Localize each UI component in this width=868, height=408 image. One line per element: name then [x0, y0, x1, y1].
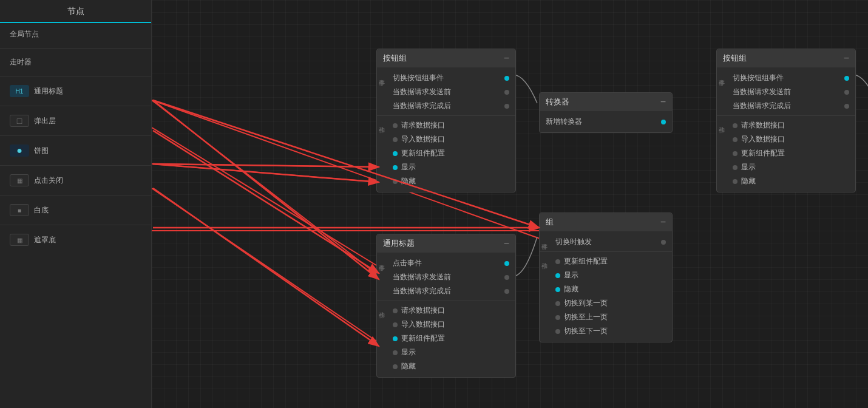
event-row-h-2: 当数据请求发送前 — [387, 270, 515, 284]
svg-line-3 — [152, 127, 379, 267]
node-btn-group-2-header: 按钮组 − — [717, 49, 855, 67]
sidebar-item-popup[interactable]: □ 弹出层 — [0, 109, 151, 133]
action-label-bg2-5: 隐藏 — [741, 176, 756, 186]
app: 节点 全局节点 走时器 H1 通用标题 □ 弹出层 ● 饼图 ▦ 点击关闭 — [0, 0, 868, 408]
event-dot-h-3 — [504, 289, 509, 294]
global-label: 全局节点 — [10, 29, 39, 39]
divider-4 — [0, 135, 151, 136]
action-row-g-2: 显示 — [549, 268, 672, 282]
sidebar-item-heading[interactable]: H1 通用标题 — [0, 79, 151, 103]
section-divider-4 — [540, 251, 672, 252]
event-row-g-1: 切换时触发 — [549, 235, 672, 249]
event-dot-h-1 — [504, 261, 509, 266]
event-row-1: 切换按钮组事件 — [387, 71, 515, 85]
actions-label-g: 动作 — [540, 258, 548, 259]
sidebar-title: 节点 — [0, 0, 151, 23]
event-label-bg2-2: 当数据请求发送前 — [733, 87, 791, 97]
node-btn-group-2[interactable]: 按钮组 − 事件 切换按钮组事件 当数据请求发送前 — [716, 49, 856, 192]
event-dot-bg2-3 — [844, 104, 849, 109]
action-dot-bg2-3 — [733, 151, 737, 156]
node-converter-1-body: 新增转换器 — [540, 111, 672, 132]
node-converter-1-minimize[interactable]: − — [660, 97, 666, 107]
node-heading-title: 通用标题 — [383, 238, 415, 249]
action-row-g-4: 切换到某一页 — [549, 296, 672, 310]
svg-line-0 — [152, 164, 379, 182]
events-section-1: 切换按钮组事件 当数据请求发送前 当数据请求完成后 — [387, 71, 515, 113]
node-btn-group-1-minimize[interactable]: − — [504, 53, 509, 63]
action-row-bg2-2: 导入数据接口 — [727, 132, 855, 146]
node-converter-1-header: 转换器 − — [540, 93, 672, 111]
sidebar-item-timer[interactable]: 走时器 — [0, 51, 151, 73]
section-divider-3 — [377, 301, 515, 301]
action-label-g-4: 切换到某一页 — [564, 298, 608, 308]
events-label-1: 事件 — [377, 75, 385, 76]
action-label-g-2: 显示 — [564, 270, 578, 280]
action-dot-g-2 — [555, 273, 560, 278]
svg-line-14 — [153, 188, 379, 346]
action-row-5: 隐藏 — [387, 174, 515, 188]
node-btn-group-1-body: 事件 切换按钮组事件 当数据请求发送前 当数据请求完成后 — [377, 67, 515, 192]
action-row-g-3: 隐藏 — [549, 282, 672, 296]
node-heading[interactable]: 通用标题 − 事件 点击事件 当数据请求发送前 — [376, 234, 516, 378]
event-dot-bg2-2 — [844, 90, 849, 95]
action-dot-1 — [393, 123, 398, 128]
popup-icon: □ — [10, 115, 29, 127]
action-row-3: 更新组件配置 — [387, 146, 515, 160]
click-close-label: 点击关闭 — [34, 175, 63, 186]
action-dot-bg2-4 — [733, 165, 737, 170]
event-label-bg2-3: 当数据请求完成后 — [733, 101, 791, 111]
white-bg-label: 白底 — [34, 205, 49, 216]
sidebar-item-global[interactable]: 全局节点 — [0, 23, 151, 46]
action-label-bg2-1: 请求数据接口 — [741, 120, 785, 131]
sidebar-item-click-close[interactable]: ▦ 点击关闭 — [0, 168, 151, 192]
svg-line-13 — [153, 100, 379, 279]
divider-1 — [0, 48, 151, 49]
node-heading-minimize[interactable]: − — [504, 239, 509, 248]
action-row-1: 请求数据接口 — [387, 118, 515, 132]
event-dot-1 — [504, 76, 509, 81]
action-row-2: 导入数据接口 — [387, 132, 515, 146]
converter-1-label: 新增转换器 — [546, 117, 582, 127]
pie-label: 饼图 — [34, 146, 49, 156]
node-group[interactable]: 组 − 事件 切换时触发 — [539, 212, 673, 342]
event-label-h-3: 当数据请求完成后 — [393, 286, 451, 296]
sidebar-item-pie[interactable]: ● 饼图 — [0, 138, 151, 163]
node-group-body: 事件 切换时触发 动作 — [540, 231, 672, 342]
action-dot-bg2-1 — [733, 123, 737, 128]
action-row-h-3: 更新组件配置 — [387, 332, 515, 345]
node-btn-group-2-minimize[interactable]: − — [844, 53, 849, 63]
events-label-g: 事件 — [540, 239, 548, 240]
action-row-bg2-4: 显示 — [727, 160, 855, 174]
node-group-minimize[interactable]: − — [660, 217, 666, 227]
white-bg-icon: ■ — [10, 204, 29, 216]
action-dot-g-4 — [555, 301, 560, 306]
action-dot-2 — [393, 137, 398, 142]
action-label-h-1: 请求数据接口 — [401, 305, 445, 316]
action-label-2: 导入数据接口 — [401, 134, 445, 144]
action-dot-3 — [393, 151, 398, 156]
mask-label: 遮罩底 — [34, 235, 56, 245]
action-row-h-4: 显示 — [387, 345, 515, 359]
click-close-icon: ▦ — [10, 174, 29, 186]
event-dot-g-1 — [661, 240, 666, 245]
event-row-h-3: 当数据请求完成后 — [387, 284, 515, 298]
sidebar: 节点 全局节点 走时器 H1 通用标题 □ 弹出层 ● 饼图 ▦ 点击关闭 — [0, 0, 152, 408]
action-label-g-5: 切换至上一页 — [564, 312, 608, 322]
action-dot-h-5 — [393, 364, 398, 369]
mask-icon: ▦ — [10, 234, 29, 246]
canvas[interactable]: 按钮组 − 事件 切换按钮组事件 当数据请求发送前 — [152, 0, 868, 408]
sidebar-item-mask[interactable]: ▦ 遮罩底 — [0, 228, 151, 252]
converter-1-row: 新增转换器 — [540, 115, 672, 129]
node-btn-group-1[interactable]: 按钮组 − 事件 切换按钮组事件 当数据请求发送前 — [376, 49, 516, 192]
action-label-bg2-3: 更新组件配置 — [741, 148, 785, 158]
node-converter-1[interactable]: 转换器 − 新增转换器 — [539, 92, 673, 133]
actions-section-1: 请求数据接口 导入数据接口 更新组件配置 显示 — [387, 118, 515, 188]
event-row-bg2-3: 当数据请求完成后 — [727, 99, 855, 113]
divider-2 — [0, 76, 151, 76]
node-heading-header: 通用标题 − — [377, 234, 515, 253]
action-dot-g-3 — [555, 287, 560, 292]
action-row-g-5: 切换至上一页 — [549, 310, 672, 324]
action-row-h-1: 请求数据接口 — [387, 304, 515, 318]
sidebar-item-white-bg[interactable]: ■ 白底 — [0, 198, 151, 222]
event-label-h-2: 当数据请求发送前 — [393, 272, 451, 282]
